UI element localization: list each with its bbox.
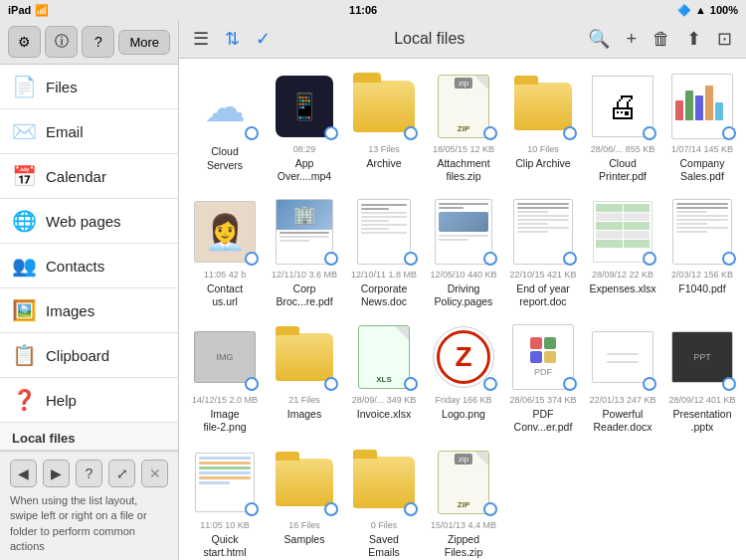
list-item[interactable]: 1/07/14 145 KB CompanySales.pdf: [664, 67, 740, 188]
email-label: Email: [46, 123, 84, 140]
search-icon[interactable]: 🔍: [584, 26, 614, 52]
file-name: Logo.png: [442, 408, 485, 422]
sidebar: ⚙ ⓘ ? More 📄 Files ✉️ Email 📅 Calendar 🌐…: [0, 20, 179, 560]
list-item[interactable]: 22/01/13 247 KB PowerfulReader.docx: [585, 317, 660, 439]
list-item[interactable]: 🏢 12/11/10 3.6 MB CorpBroc...re.pdf: [267, 192, 342, 313]
file-meta: 10 Files: [527, 144, 559, 156]
list-item[interactable]: IMG 14/12/15 2.0 MB Imagefile-2.png: [187, 317, 263, 439]
file-meta: 2/03/12 156 KB: [671, 270, 733, 281]
list-item[interactable]: PPT 28/09/12 401 KB Presentation.pptx: [664, 317, 740, 439]
file-name: Images: [287, 408, 321, 422]
file-name: CorporateNews.doc: [361, 282, 408, 309]
file-meta: 28/09/12 22 KB: [592, 270, 653, 281]
file-meta: 28/06/15 374 KB: [509, 395, 576, 407]
sidebar-item-email[interactable]: ✉️ Email: [0, 109, 178, 154]
list-item[interactable]: 🖨 28/06/... 855 KB CloudPrinter.pdf: [585, 67, 660, 188]
nav-close-button[interactable]: ✕: [141, 460, 168, 487]
nav-expand-button[interactable]: ⤢: [108, 460, 135, 487]
images-icon: 🖼️: [12, 298, 36, 322]
list-item[interactable]: 2/03/12 156 KB F1040.pdf: [664, 192, 740, 313]
file-meta: 12/11/10 3.6 MB: [272, 270, 337, 281]
file-name: Attachmentfiles.zip: [437, 157, 489, 184]
file-name: CorpBroc...re.pdf: [276, 282, 332, 309]
more-options-icon[interactable]: ⊡: [713, 26, 736, 52]
email-icon: ✉️: [12, 119, 36, 143]
file-meta: 22/01/13 247 KB: [589, 395, 655, 407]
nav-back-button[interactable]: ◀: [10, 460, 37, 487]
file-name: PowerfulReader.docx: [594, 408, 653, 435]
list-item[interactable]: 22/10/15 421 KB End of yearreport.doc: [505, 192, 581, 313]
file-name: Quickstart.html: [203, 533, 246, 560]
sidebar-item-calendar[interactable]: 📅 Calendar: [0, 154, 178, 199]
sidebar-item-webpages[interactable]: 🌐 Web pages: [0, 199, 178, 244]
local-files-section: Local files: [0, 423, 178, 451]
list-item[interactable]: zip ZIP 18/05/15 12 KB Attachmentfiles.z…: [426, 67, 501, 188]
file-meta: 28/09/12 401 KB: [668, 395, 735, 407]
list-item[interactable]: 13 Files Archive: [346, 67, 422, 188]
nav-forward-button[interactable]: ▶: [43, 460, 70, 487]
list-item[interactable]: PDF 28/06/15 374 KB PDFConv...er.pdf: [505, 317, 581, 439]
list-item[interactable]: 10 Files Clip Archive: [505, 67, 581, 188]
file-meta: 1/07/14 145 KB: [671, 144, 733, 156]
file-meta: 21 Files: [288, 395, 320, 407]
clipboard-label: Clipboard: [46, 347, 109, 364]
webpages-label: Web pages: [46, 213, 121, 230]
list-item[interactable]: 11:05 10 KB Quickstart.html: [187, 443, 263, 560]
files-icon: 📄: [12, 75, 36, 98]
list-item[interactable]: XLS 28/09/... 349 KB Invoice.xlsx: [346, 317, 422, 439]
file-name: Samples: [284, 533, 325, 547]
menu-icon[interactable]: ☰: [189, 26, 213, 52]
sidebar-item-help[interactable]: ❓ Help: [0, 378, 178, 423]
file-name: Presentation.pptx: [673, 408, 732, 435]
share-icon[interactable]: ⬆: [682, 26, 705, 52]
clipboard-icon: 📋: [12, 343, 36, 367]
images-label: Images: [46, 302, 94, 319]
add-icon[interactable]: +: [622, 27, 641, 52]
file-name: Imagefile-2.png: [203, 408, 246, 435]
bluetooth-icon: 🔷: [677, 4, 691, 17]
file-name: AppOver....mp4: [278, 157, 331, 184]
list-item[interactable]: ☁ CloudServers: [187, 67, 263, 188]
list-item[interactable]: Z Friday 166 KB Logo.png: [426, 317, 501, 439]
ipad-label: iPad: [8, 4, 31, 16]
battery-label: 100%: [710, 4, 738, 16]
list-item[interactable]: 📱 08:29 AppOver....mp4: [267, 67, 342, 188]
time-display: 11:06: [349, 4, 377, 16]
list-item[interactable]: 0 Files SavedEmails: [346, 443, 422, 560]
file-name: SavedEmails: [368, 533, 400, 560]
more-button[interactable]: More: [118, 30, 170, 55]
file-meta: 0 Files: [371, 520, 398, 532]
list-item[interactable]: 21 Files Images: [267, 317, 342, 439]
sidebar-item-files[interactable]: 📄 Files: [0, 65, 178, 109]
sidebar-item-clipboard[interactable]: 📋 Clipboard: [0, 333, 178, 378]
list-item[interactable]: 12/05/10 440 KB DrivingPolicy.pages: [426, 192, 501, 313]
file-meta: 22/10/15 421 KB: [509, 270, 576, 281]
list-item[interactable]: zip ZIP 15/01/13 4.4 MB ZippedFiles.zip: [426, 443, 501, 560]
sidebar-toolbar: ⚙ ⓘ ? More: [0, 20, 178, 65]
calendar-label: Calendar: [46, 168, 106, 185]
nav-help-button[interactable]: ?: [76, 460, 102, 487]
file-meta: 08:29: [293, 144, 316, 156]
checkmark-icon[interactable]: ✓: [252, 26, 275, 52]
file-name: PDFConv...er.pdf: [514, 408, 573, 435]
delete-icon[interactable]: 🗑: [649, 27, 674, 52]
sidebar-item-contacts[interactable]: 👥 Contacts: [0, 244, 178, 288]
list-item[interactable]: 28/09/12 22 KB Expenses.xlsx: [585, 192, 660, 313]
info-button[interactable]: ⓘ: [45, 26, 78, 58]
list-item[interactable]: 👩‍💼 11:05 42 b Contactus.url: [187, 192, 263, 313]
sort-icon[interactable]: ⇅: [221, 26, 244, 52]
help-button[interactable]: ?: [82, 26, 114, 58]
file-name: CloudPrinter.pdf: [599, 157, 647, 184]
calendar-icon: 📅: [12, 164, 36, 188]
content-area: ☰ ⇅ ✓ Local files 🔍 + 🗑 ⬆ ⊡ ☁ CloudServe…: [179, 20, 746, 560]
gear-button[interactable]: ⚙: [8, 26, 41, 58]
file-name: CloudServers: [207, 145, 243, 172]
file-meta: 15/01/13 4.4 MB: [431, 520, 496, 532]
file-meta: 13 Files: [368, 144, 400, 156]
sidebar-item-images[interactable]: 🖼️ Images: [0, 288, 178, 333]
file-name: Expenses.xlsx: [589, 282, 655, 296]
list-item[interactable]: 12/10/11 1.8 MB CorporateNews.doc: [346, 192, 422, 313]
status-bar: iPad 📶 11:06 🔷 ▲ 100%: [0, 0, 746, 20]
list-item[interactable]: 16 Files Samples: [267, 443, 342, 560]
file-grid: ☁ CloudServers 📱 08:29 AppOver....mp4: [179, 59, 746, 560]
